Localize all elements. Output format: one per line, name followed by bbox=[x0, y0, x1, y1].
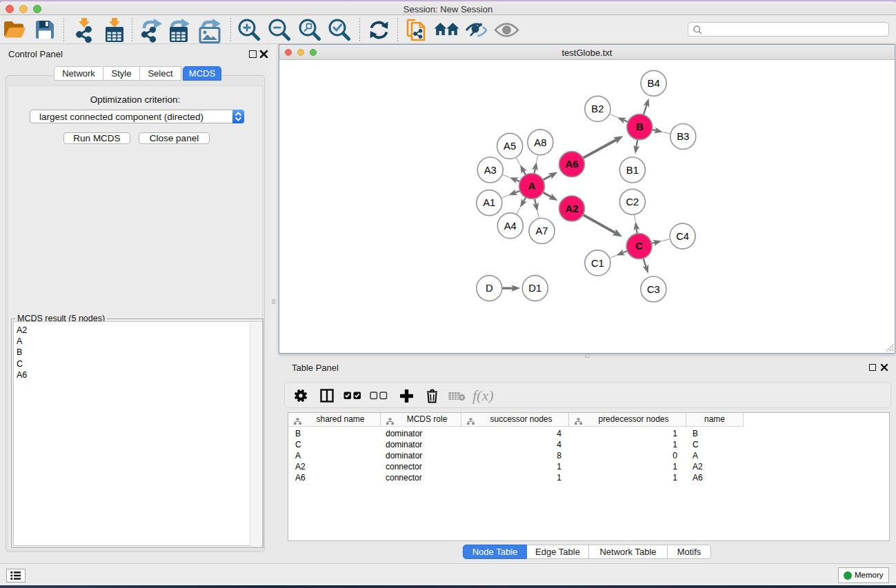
svg-text:A8: A8 bbox=[534, 137, 546, 148]
svg-text:D: D bbox=[486, 283, 493, 294]
svg-text:B1: B1 bbox=[626, 165, 639, 176]
svg-text:C3: C3 bbox=[647, 284, 660, 295]
svg-text:A3: A3 bbox=[484, 165, 497, 176]
svg-text:D1: D1 bbox=[528, 283, 541, 294]
svg-text:B4: B4 bbox=[648, 78, 660, 89]
svg-text:A2: A2 bbox=[565, 203, 578, 214]
svg-text:A5: A5 bbox=[504, 141, 516, 152]
svg-text:A6: A6 bbox=[565, 158, 578, 170]
svg-text:B: B bbox=[636, 121, 644, 132]
svg-text:A4: A4 bbox=[504, 221, 517, 232]
svg-text:B2: B2 bbox=[591, 103, 604, 114]
svg-text:C2: C2 bbox=[626, 196, 639, 207]
svg-text:A1: A1 bbox=[483, 197, 495, 208]
svg-text:C4: C4 bbox=[676, 231, 689, 242]
svg-text:A: A bbox=[528, 180, 536, 192]
svg-text:A7: A7 bbox=[535, 225, 548, 236]
svg-text:C1: C1 bbox=[591, 258, 604, 269]
svg-text:C: C bbox=[635, 240, 643, 252]
svg-text:B3: B3 bbox=[677, 131, 689, 142]
